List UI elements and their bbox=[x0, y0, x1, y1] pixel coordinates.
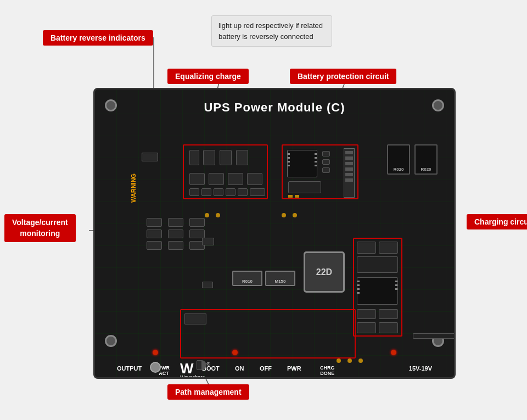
gold-pad-5 bbox=[337, 359, 341, 363]
battery-reverse-label: Battery reverse indicators bbox=[43, 30, 153, 46]
mount-hole-bl bbox=[105, 335, 117, 347]
off-label: OFF bbox=[260, 365, 272, 372]
m150-chip: M150 bbox=[265, 271, 295, 286]
gold-pad-6 bbox=[347, 359, 352, 363]
output-label: OUTPUT bbox=[117, 365, 142, 372]
22d-inductor: 22D bbox=[304, 251, 345, 293]
path-management-label: Path management bbox=[167, 384, 249, 400]
gold-pad-7 bbox=[358, 359, 363, 363]
tooltip-text: light up red respectively if related bat… bbox=[218, 21, 323, 41]
v15-19-label: 15V-19V bbox=[409, 365, 432, 372]
led-right bbox=[391, 350, 396, 355]
chrg-done-label: CHRGDONE bbox=[320, 365, 335, 376]
charging-circuit-label: Charging circuit bbox=[467, 214, 527, 229]
gold-pad-3 bbox=[282, 213, 286, 217]
path-management-box bbox=[180, 309, 356, 359]
led-center bbox=[232, 350, 238, 355]
pcb-board: UPS Power Module (C) bbox=[93, 88, 456, 379]
voltage-monitoring-area bbox=[144, 216, 210, 282]
mount-hole-tl bbox=[105, 99, 117, 111]
voltage-current-label: Voltage/current monitoring bbox=[4, 214, 76, 242]
gold-pad-4 bbox=[293, 213, 297, 217]
on-label: ON bbox=[235, 365, 244, 372]
battery-protection-box bbox=[282, 144, 358, 199]
led-left bbox=[153, 350, 158, 355]
voltage-current-text: Voltage/current monitoring bbox=[12, 218, 68, 238]
pwr-label: PWR bbox=[287, 365, 301, 372]
r020-chip1: R020 bbox=[387, 144, 410, 175]
gold-pad-2 bbox=[216, 213, 220, 217]
r020-chip2: R020 bbox=[414, 144, 438, 175]
warning-text: WARNING bbox=[130, 173, 137, 203]
battery-protection-label: Battery protection circuit bbox=[290, 69, 396, 84]
r010-chip: R010 bbox=[232, 271, 262, 286]
pcb-title: UPS Power Module (C) bbox=[95, 100, 454, 115]
mount-hole-tr bbox=[432, 99, 444, 111]
gold-pad-1 bbox=[205, 213, 209, 217]
equalizing-charge-box bbox=[183, 144, 268, 199]
battery-reverse-tooltip: light up red respectively if related bat… bbox=[211, 15, 332, 47]
charging-circuit-box bbox=[353, 238, 402, 337]
equalizing-charge-label: Equalizing charge bbox=[167, 69, 249, 84]
